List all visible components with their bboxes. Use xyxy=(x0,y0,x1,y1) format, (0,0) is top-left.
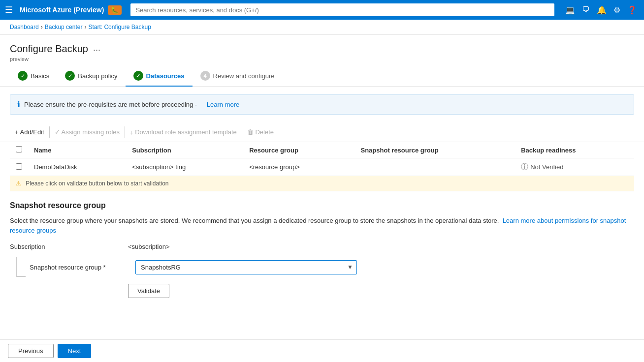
page-subtitle: preview xyxy=(10,56,100,62)
warning-text: Please click on validate button below to… xyxy=(26,180,168,187)
tabs-container: ✓ Basics ✓ Backup policy ✓ Datasources 4… xyxy=(0,66,644,87)
subscription-form-row: Subscription <subscription> xyxy=(10,243,634,250)
breadcrumb-configure-backup[interactable]: Start: Configure Backup xyxy=(88,24,151,30)
snapshot-rg-label: Snapshot resource group * xyxy=(30,264,135,271)
tab-basics[interactable]: ✓ Basics xyxy=(10,66,57,87)
validate-btn-wrapper: Validate xyxy=(10,284,634,298)
tab-backup-policy-label: Backup policy xyxy=(78,72,117,80)
subscription-label: Subscription xyxy=(10,243,128,250)
table-header-checkbox xyxy=(10,142,28,158)
topbar-icons: 💻 🗨 🔔 ⚙ ❓ xyxy=(563,3,639,17)
main-content: Dashboard › Backup center › Start: Confi… xyxy=(0,20,644,344)
datasources-table: Name Subscription Resource group Snapsho… xyxy=(10,142,634,191)
warning-cell: ⚠ Please click on validate button below … xyxy=(10,176,634,191)
row-resource-group: <resource group> xyxy=(243,158,354,176)
breadcrumb-dashboard[interactable]: Dashboard xyxy=(10,24,39,30)
page-menu-dots[interactable]: ··· xyxy=(93,45,100,55)
topbar: ☰ Microsoft Azure (Preview) 🐛 💻 🗨 🔔 ⚙ ❓ xyxy=(0,0,644,20)
toolbar: + Add/Edit ✓ Assign missing roles ↓ Down… xyxy=(0,122,644,142)
help-icon[interactable]: ❓ xyxy=(625,3,639,17)
row-name: DemoDataDisk xyxy=(28,158,126,176)
delete-button[interactable]: 🗑 Delete xyxy=(242,126,279,138)
tab-review[interactable]: 4 Review and configure xyxy=(193,66,283,87)
table-header-resource-group: Resource group xyxy=(243,142,354,158)
subscription-value: <subscription> xyxy=(128,243,170,250)
app-title: Microsoft Azure (Preview) xyxy=(20,6,104,14)
tab-basics-check: ✓ xyxy=(18,71,28,81)
snapshot-rg-select-wrapper: SnapshotsRG DefaultResourceGroup TestRes… xyxy=(135,260,357,274)
snapshot-section: Snapshot resource group Select the resou… xyxy=(0,191,644,308)
row-checkbox-cell xyxy=(10,158,28,176)
table-row: DemoDataDisk <subscription> ting <resour… xyxy=(10,158,634,176)
bottom-nav: Previous Next xyxy=(0,339,644,344)
tab-basics-label: Basics xyxy=(31,72,49,80)
tab-review-number: 4 xyxy=(200,71,210,81)
settings-icon[interactable]: ⚙ xyxy=(612,3,622,17)
page-title: Configure Backup xyxy=(10,43,88,55)
row-checkbox[interactable] xyxy=(16,163,22,170)
info-banner: ℹ Please ensure the pre-requisites are m… xyxy=(10,94,634,115)
validate-button[interactable]: Validate xyxy=(128,284,169,298)
info-icon: ℹ xyxy=(17,100,20,109)
feedback-icon[interactable]: 🗨 xyxy=(580,3,592,17)
info-learn-more-link[interactable]: Learn more xyxy=(207,101,239,108)
info-banner-text: Please ensure the pre-requisites are met… xyxy=(24,101,197,108)
breadcrumb: Dashboard › Backup center › Start: Confi… xyxy=(0,20,644,35)
previous-button[interactable]: Previous xyxy=(8,344,54,344)
add-edit-button[interactable]: + Add/Edit xyxy=(10,126,50,138)
table-header-backup-readiness: Backup readiness xyxy=(515,142,634,158)
warning-row: ⚠ Please click on validate button below … xyxy=(10,176,634,191)
bug-icon: 🐛 xyxy=(108,5,122,15)
cloud-shell-icon[interactable]: 💻 xyxy=(563,3,577,17)
tab-backup-policy-check: ✓ xyxy=(65,71,75,81)
table-header-snapshot-rg: Snapshot resource group xyxy=(354,142,515,158)
snapshot-section-desc: Select the resource group where your sna… xyxy=(10,216,634,235)
notifications-icon[interactable]: 🔔 xyxy=(595,3,609,17)
snapshot-rg-form-row: Snapshot resource group * SnapshotsRG De… xyxy=(10,257,634,277)
snapshot-section-title: Snapshot resource group xyxy=(10,201,634,210)
breadcrumb-sep-1: › xyxy=(41,24,43,30)
select-all-checkbox[interactable] xyxy=(16,146,22,152)
tab-datasources-check: ✓ xyxy=(133,71,143,81)
row-subscription: <subscription> ting xyxy=(126,158,243,176)
table-header-name: Name xyxy=(28,142,126,158)
next-button[interactable]: Next xyxy=(58,344,92,344)
page-header: Configure Backup ··· preview xyxy=(0,35,644,66)
tab-backup-policy[interactable]: ✓ Backup policy xyxy=(57,66,125,87)
search-input[interactable] xyxy=(130,3,554,16)
breadcrumb-backup-center[interactable]: Backup center xyxy=(45,24,83,30)
table-wrapper: Name Subscription Resource group Snapsho… xyxy=(0,142,644,191)
download-template-button[interactable]: ↓ Download role assignment template xyxy=(125,126,242,138)
hamburger-menu[interactable]: ☰ xyxy=(5,4,13,15)
not-verified-icon: ⓘ xyxy=(521,162,528,172)
assign-roles-button[interactable]: ✓ Assign missing roles xyxy=(50,126,125,138)
tab-datasources[interactable]: ✓ Datasources xyxy=(126,66,193,87)
warning-icon: ⚠ xyxy=(16,180,21,187)
breadcrumb-sep-2: › xyxy=(84,24,86,30)
tab-datasources-label: Datasources xyxy=(146,72,185,80)
not-verified-badge: ⓘ Not Verified xyxy=(521,162,628,172)
snapshot-rg-select[interactable]: SnapshotsRG DefaultResourceGroup TestRes… xyxy=(135,260,357,274)
row-backup-readiness: ⓘ Not Verified xyxy=(515,158,634,176)
tab-review-label: Review and configure xyxy=(213,72,275,80)
table-header-subscription: Subscription xyxy=(126,142,243,158)
row-snapshot-rg xyxy=(354,158,515,176)
